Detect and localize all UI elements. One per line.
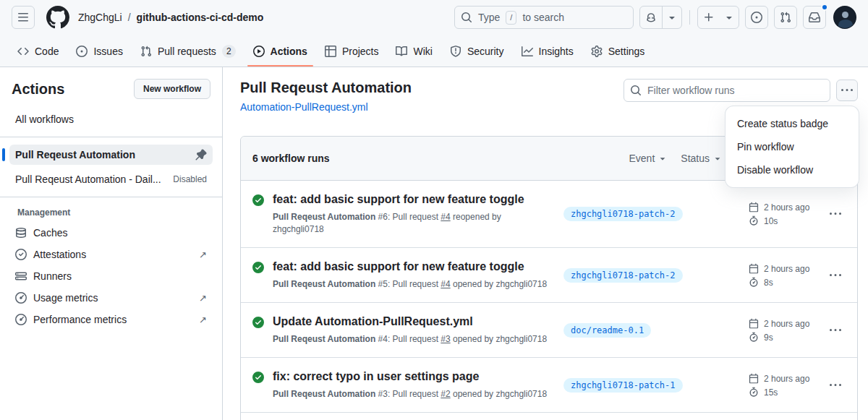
breadcrumb-separator: /	[128, 12, 131, 23]
tab-actions[interactable]: Actions	[247, 40, 313, 63]
tab-pull-requests[interactable]: Pull requests 2	[135, 40, 242, 63]
pr-number-link[interactable]: #2	[441, 389, 450, 399]
inbox-button[interactable]	[803, 6, 826, 29]
meter-icon	[15, 292, 27, 304]
breadcrumb-owner[interactable]: ZhgChgLi	[78, 12, 122, 23]
page-title: Pull Reqeust Automation	[240, 77, 412, 98]
hamburger-menu-button[interactable]	[12, 6, 35, 29]
menu-item-create-status-badge[interactable]: Create status badge	[726, 112, 859, 135]
sidebar-divider	[0, 137, 222, 137]
issue-opened-icon	[751, 12, 762, 23]
calendar-icon	[749, 318, 759, 328]
external-link-icon: ↗	[199, 315, 207, 325]
pull-requests-button[interactable]	[774, 6, 797, 29]
calendar-icon	[749, 202, 759, 213]
sidebar-item-all-workflows[interactable]: All workflows	[9, 109, 213, 129]
stopwatch-icon	[749, 277, 759, 287]
shield-icon	[450, 46, 461, 57]
tab-settings[interactable]: Settings	[585, 40, 651, 63]
external-link-icon: ↗	[199, 293, 207, 303]
sidebar-workflow-pull-request-automation-daily[interactable]: Pull Reqeust Automation - Dail... Disabl…	[9, 169, 213, 189]
run-duration: 9s	[764, 332, 773, 342]
pin-icon[interactable]	[190, 149, 207, 160]
check-circle-icon	[15, 249, 27, 260]
global-search-input[interactable]: Type / to search	[454, 6, 634, 29]
copilot-button[interactable]	[639, 6, 682, 29]
breadcrumb-repo[interactable]: github-actions-ci-cd-demo	[137, 12, 264, 23]
repo-nav-tabs: Code Issues Pull requests 2 Actions Proj…	[0, 35, 868, 67]
status-filter-dropdown[interactable]: Status	[681, 153, 723, 164]
run-time: 2 hours ago	[764, 373, 809, 383]
github-logo-icon[interactable]	[46, 6, 69, 29]
main-content: Pull Reqeust Automation Automation-PullR…	[223, 67, 868, 420]
workflow-file-link[interactable]: Automation-PullRequest.yml	[240, 101, 368, 113]
tab-issues[interactable]: Issues	[70, 40, 128, 63]
pr-number-link[interactable]: #3	[441, 334, 450, 344]
chevron-down-icon	[712, 153, 723, 163]
menu-item-disable-workflow[interactable]: Disable workflow	[726, 158, 859, 181]
meter-icon	[15, 314, 27, 325]
stopwatch-icon	[749, 387, 759, 397]
sidebar-item-runners[interactable]: Runners	[9, 265, 213, 287]
run-title-link[interactable]: feat: add basic support for new feature …	[273, 192, 575, 207]
run-options-button[interactable]	[827, 267, 844, 284]
branch-badge[interactable]: zhgchgli0718-patch-2	[563, 268, 683, 283]
runs-count: 6 workflow runs	[252, 153, 330, 164]
copilot-dropdown-caret-icon[interactable]	[662, 7, 681, 28]
sidebar-item-caches[interactable]: Caches	[9, 222, 213, 244]
menu-item-pin-workflow[interactable]: Pin workflow	[726, 135, 859, 158]
run-description: Pull Reqeust Automation #4: Pull request…	[273, 333, 575, 346]
workflow-run-row	[241, 412, 857, 420]
sidebar-divider	[0, 197, 222, 197]
create-new-button[interactable]	[697, 6, 739, 29]
filter-workflow-runs-input[interactable]	[646, 84, 824, 97]
event-filter-dropdown[interactable]: Event	[629, 153, 668, 164]
server-icon	[15, 270, 27, 282]
create-new-caret-icon[interactable]	[720, 7, 739, 28]
issues-button[interactable]	[745, 6, 768, 29]
sidebar-item-usage-metrics[interactable]: Usage metrics ↗	[9, 287, 213, 309]
slash-key-hint: /	[506, 11, 516, 25]
workflow-run-row: feat: add basic support for new feature …	[241, 181, 857, 247]
user-avatar[interactable]	[833, 6, 856, 29]
kebab-horizontal-icon	[841, 85, 853, 96]
workflow-options-menu: Create status badge Pin workflow Disable…	[725, 106, 859, 188]
gear-icon	[591, 46, 603, 57]
tab-security[interactable]: Security	[444, 40, 510, 63]
branch-badge[interactable]: zhgchgli0718-patch-1	[563, 378, 683, 393]
run-description: Pull Reqeust Automation #3: Pull request…	[273, 388, 575, 400]
run-time: 2 hours ago	[764, 263, 809, 273]
pr-number-link[interactable]: #4	[441, 279, 450, 289]
workflow-run-row: fix: correct typo in user settings page …	[241, 357, 857, 412]
header-divider	[689, 10, 690, 25]
global-bar: ZhgChgLi / github-actions-ci-cd-demo Typ…	[0, 0, 868, 35]
check-circle-success-icon	[252, 194, 264, 206]
run-options-button[interactable]	[827, 322, 844, 339]
git-pull-request-icon	[140, 46, 152, 57]
tab-code[interactable]: Code	[12, 40, 64, 63]
stopwatch-icon	[749, 216, 759, 226]
run-options-button[interactable]	[827, 377, 844, 394]
workflow-options-button[interactable]	[836, 80, 858, 101]
run-title-link[interactable]: Update Automation-PullRequest.yml	[273, 314, 575, 329]
run-time: 2 hours ago	[764, 202, 809, 213]
run-title-link[interactable]: fix: correct typo in user settings page	[273, 369, 575, 384]
code-icon	[17, 46, 29, 57]
tab-projects[interactable]: Projects	[319, 40, 385, 63]
check-circle-success-icon	[252, 262, 264, 273]
pr-number-link[interactable]: #4	[441, 212, 450, 222]
search-placeholder-prefix: Type	[478, 12, 500, 23]
tab-wiki[interactable]: Wiki	[390, 40, 438, 63]
workflow-run-row: Update Automation-PullRequest.yml Pull R…	[241, 302, 857, 357]
branch-badge[interactable]: doc/readme-0.1	[563, 323, 651, 338]
sidebar-workflow-pull-request-automation[interactable]: Pull Reqeust Automation	[9, 145, 213, 165]
sidebar-item-attestations[interactable]: Attestations ↗	[9, 244, 213, 265]
run-options-button[interactable]	[827, 205, 844, 223]
branch-badge[interactable]: zhgchgli0718-patch-2	[563, 207, 683, 221]
tab-insights[interactable]: Insights	[516, 40, 579, 63]
sidebar-item-performance-metrics[interactable]: Performance metrics ↗	[9, 309, 213, 330]
run-duration: 15s	[764, 387, 778, 397]
calendar-icon	[749, 263, 759, 273]
new-workflow-button[interactable]: New workflow	[134, 79, 210, 99]
run-title-link[interactable]: feat: add basic support for new feature …	[273, 260, 575, 274]
